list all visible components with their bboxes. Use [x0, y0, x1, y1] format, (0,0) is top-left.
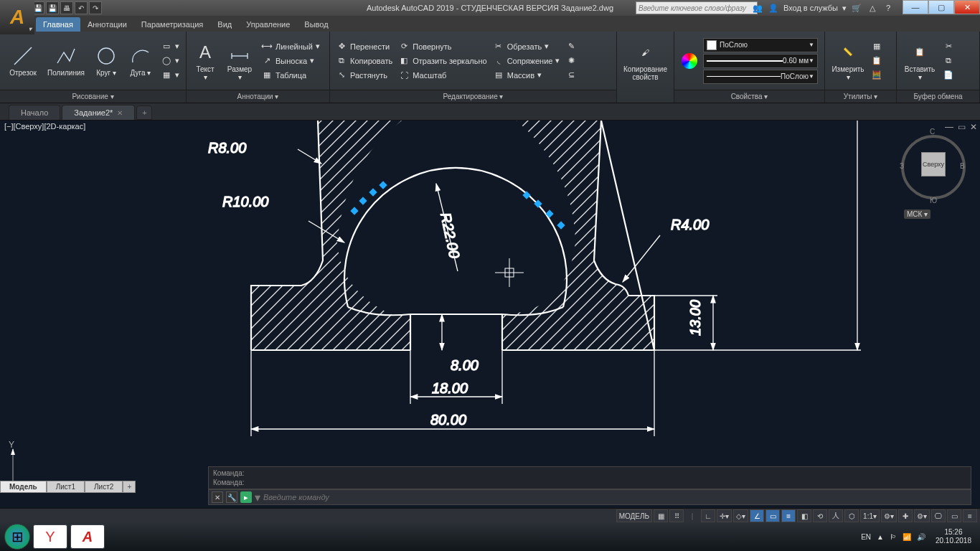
status-polar-icon[interactable]: ✛▾	[717, 509, 732, 522]
layout-model[interactable]: Модель	[0, 481, 47, 493]
command-line[interactable]: ✕ 🔧 ▸ ▾	[208, 489, 971, 505]
status-osnap-icon[interactable]: ∠	[750, 509, 764, 522]
copy-button[interactable]: ⧉Копировать	[334, 55, 394, 67]
status-dyn-icon[interactable]: 人	[829, 509, 843, 522]
status-custom-icon[interactable]: ≡	[963, 509, 977, 522]
leader-button[interactable]: ↗Выноска ▾	[260, 55, 321, 67]
viewcube-s[interactable]: Ю	[930, 197, 937, 204]
linear-dim-button[interactable]: ⟷Линейный ▾	[260, 40, 321, 53]
infocenter-icon[interactable]: 👥	[752, 2, 763, 14]
tray-lang[interactable]: EN	[861, 533, 871, 541]
tab-start[interactable]: Начало	[9, 105, 60, 120]
stretch-button[interactable]: ⤡Растянуть	[334, 69, 394, 82]
explode-button[interactable]: ✺	[564, 55, 578, 67]
arc-button[interactable]: Дуга ▾	[125, 43, 156, 78]
status-ws-icon[interactable]: ⚙▾	[914, 509, 930, 522]
user-icon[interactable]: 👤	[768, 2, 779, 14]
help-search[interactable]: Введите ключевое слово/фразу	[636, 1, 758, 14]
status-ann-icon[interactable]: ✚	[898, 509, 913, 522]
status-3dosnap-icon[interactable]: ⬡	[844, 509, 859, 522]
color-picker-button[interactable]	[679, 52, 700, 70]
line-button[interactable]: Отрезок	[4, 43, 42, 78]
panel-utils-title[interactable]: Утилиты ▾	[825, 90, 896, 103]
tab-view[interactable]: Вид	[210, 17, 239, 32]
linetype-combo[interactable]: ПоСлою▼	[703, 70, 818, 84]
matchprop-button[interactable]: 🖌 Копирование свойств	[621, 39, 670, 83]
qat-redo-icon[interactable]: ↷	[89, 1, 102, 14]
cut-button[interactable]: ✂	[941, 40, 956, 53]
measure-button[interactable]: 📏 Измерить ▾	[829, 39, 867, 83]
tab-drawing[interactable]: Задание2*✕	[62, 105, 135, 120]
status-transparency-icon[interactable]: ◧	[797, 509, 811, 522]
tray-action-icon[interactable]: 🏳	[890, 533, 897, 541]
rectangle-button[interactable]: ▭▾	[159, 40, 181, 53]
status-scale[interactable]: 1:1 ▾	[860, 509, 880, 522]
status-iso-icon[interactable]: ◇▾	[733, 509, 748, 522]
viewcube[interactable]: Сверху С Ю В З МСК ▾	[901, 128, 966, 221]
status-lwt-icon[interactable]: ≡	[781, 509, 796, 522]
drawing-canvas[interactable]: [−][Сверху][2D-каркас] — ▭ ✕	[0, 121, 980, 508]
pasteclip-button[interactable]: 📄	[941, 69, 956, 82]
lineweight-combo[interactable]: 0.60 мм▼	[703, 54, 818, 68]
circle-button[interactable]: Круг ▾	[90, 43, 122, 78]
layout-sheet2[interactable]: Лист2	[85, 481, 123, 493]
text-button[interactable]: A Текст ▾	[191, 39, 220, 83]
polyline-button[interactable]: Полилиния	[44, 43, 88, 78]
viewcube-face[interactable]: Сверху	[921, 152, 946, 176]
util-btn1[interactable]: ▦	[870, 40, 884, 53]
status-cycling-icon[interactable]: ⟲	[813, 509, 827, 522]
status-grid-icon[interactable]: ▦	[654, 509, 668, 522]
layout-sheet1[interactable]: Лист1	[47, 481, 85, 493]
qat-plot-icon[interactable]: 🖶	[60, 1, 73, 14]
taskbar-yandex-icon[interactable]: Y	[33, 524, 67, 549]
util-btn2[interactable]: 📋	[870, 55, 884, 67]
a360-icon[interactable]: △	[867, 2, 878, 14]
exchange-icon[interactable]: 🛒	[851, 2, 862, 14]
ellipse-button[interactable]: ◯▾	[159, 55, 181, 67]
minimize-button[interactable]: —	[903, 0, 928, 14]
taskbar-autocad-icon[interactable]: A	[70, 524, 105, 549]
color-combo[interactable]: ПоСлою▼	[703, 38, 818, 52]
tray-network-icon[interactable]: 📶	[903, 533, 911, 541]
panel-modify-title[interactable]: Редактирование ▾	[330, 90, 616, 103]
util-btn3[interactable]: 🧮	[870, 69, 884, 82]
array-button[interactable]: ▤Массив ▾	[491, 69, 562, 82]
panel-draw-title[interactable]: Рисование ▾	[0, 90, 186, 103]
tab-parametric[interactable]: Параметризация	[134, 17, 210, 32]
tray-flag-icon[interactable]: ▲	[877, 533, 884, 541]
offset-button[interactable]: ⊆	[564, 69, 578, 82]
vp-close-icon[interactable]: ✕	[970, 122, 977, 132]
fillet-button[interactable]: ◟Сопряжение ▾	[491, 55, 562, 67]
move-button[interactable]: ✥Перенести	[334, 40, 394, 53]
viewcube-e[interactable]: В	[960, 162, 965, 170]
signin-label[interactable]: Вход в службы	[783, 4, 838, 12]
tray-clock[interactable]: 15:26 20.10.2018	[931, 528, 976, 545]
panel-annot-title[interactable]: Аннотации ▾	[187, 90, 329, 103]
maximize-button[interactable]: ▢	[928, 0, 954, 14]
scale-button[interactable]: ⛶Масштаб	[397, 69, 488, 82]
command-input[interactable]	[263, 493, 968, 501]
new-tab-button[interactable]: +	[136, 105, 152, 120]
dimension-button[interactable]: Размер ▾	[222, 39, 257, 83]
layout-add-button[interactable]: +	[123, 481, 136, 493]
hatch-button[interactable]: ▦▾	[159, 69, 181, 82]
qat-undo-icon[interactable]: ↶	[75, 1, 88, 14]
mirror-button[interactable]: ◧Отразить зеркально	[397, 55, 488, 67]
viewport-label[interactable]: [−][Сверху][2D-каркас]	[4, 122, 85, 131]
tab-manage[interactable]: Управление	[239, 17, 297, 32]
status-gear-icon[interactable]: ⚙▾	[881, 509, 897, 522]
viewcube-w[interactable]: З	[900, 162, 904, 170]
tab-output[interactable]: Вывод	[297, 17, 335, 32]
cmd-config-icon[interactable]: 🔧	[226, 491, 237, 503]
panel-clip-title[interactable]: Буфер обмена	[897, 90, 979, 103]
paste-button[interactable]: 📋 Вставить ▾	[901, 39, 938, 83]
tab-annotate[interactable]: Аннотации	[80, 17, 134, 32]
status-clean-icon[interactable]: ▭	[947, 509, 961, 522]
erase-button[interactable]: ✎	[564, 40, 578, 53]
table-button[interactable]: ▦Таблица	[260, 69, 321, 82]
help-icon[interactable]: ?	[882, 2, 894, 14]
trim-button[interactable]: ✂Обрезать ▾	[491, 40, 562, 53]
status-model[interactable]: МОДЕЛЬ	[616, 509, 652, 522]
panel-props-title[interactable]: Свойства ▾	[674, 90, 824, 103]
status-snap-icon[interactable]: ⠿	[669, 509, 684, 522]
